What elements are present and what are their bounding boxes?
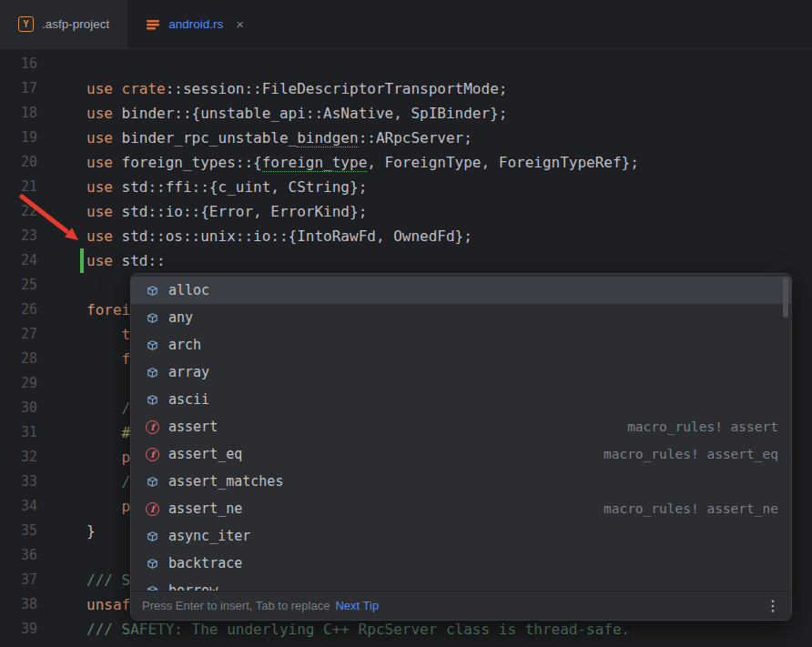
line-number: 25 xyxy=(0,273,80,298)
completion-item-async_iter[interactable]: async_iter xyxy=(131,522,791,550)
code-line-39[interactable]: /// SAFETY: The underlying C++ RpcServer… xyxy=(80,617,812,642)
completion-list-body: allocanyarcharrayasciifassertmacro_rules… xyxy=(131,274,791,591)
vcs-added-marker xyxy=(80,248,84,273)
completion-hint: macro_rules! assert xyxy=(627,420,778,434)
kebab-menu-icon[interactable]: ⋮ xyxy=(766,597,780,614)
completion-item-backtrace[interactable]: backtrace xyxy=(131,550,791,577)
completion-item-ascii[interactable]: ascii xyxy=(131,386,791,413)
tab-asfp-project[interactable]: Y .asfp-project xyxy=(0,0,127,48)
code-line-19[interactable]: use binder_rpc_unstable_bindgen::ARpcSer… xyxy=(80,126,812,150)
completion-item-assert_ne[interactable]: fassert_nemacro_rules! assert_ne xyxy=(131,495,791,522)
editor-tab-bar: Y .asfp-project android.rs × xyxy=(0,0,812,49)
completion-label: borrow xyxy=(168,582,218,591)
module-icon xyxy=(146,284,159,298)
next-tip-link[interactable]: Next Tip xyxy=(335,599,379,612)
completion-item-assert_eq[interactable]: fassert_eqmacro_rules! assert_eq xyxy=(131,440,791,468)
completion-item-borrow[interactable]: borrow xyxy=(131,577,791,591)
line-number: 26 xyxy=(0,298,80,322)
code-line-18[interactable]: use binder::{unstable_api::AsNative, SpI… xyxy=(80,101,812,126)
module-icon xyxy=(146,530,159,543)
completion-label: any xyxy=(168,309,193,326)
popup-scrollbar-thumb[interactable] xyxy=(783,278,788,318)
completion-label: alloc xyxy=(168,282,209,298)
completion-footer: Press Enter to insert, Tab to replace Ne… xyxy=(131,591,791,620)
line-number: 20 xyxy=(0,150,80,175)
line-number: 34 xyxy=(0,494,80,519)
macro-icon: f xyxy=(146,448,159,461)
line-number: 18 xyxy=(0,101,80,126)
completion-label: ascii xyxy=(168,391,209,408)
line-number: 28 xyxy=(0,347,80,371)
line-number: 24 xyxy=(0,248,80,273)
line-number: 36 xyxy=(0,543,80,568)
line-number: 31 xyxy=(0,420,80,445)
completion-label: backtrace xyxy=(168,555,242,571)
rust-file-icon xyxy=(146,17,160,32)
line-number: 23 xyxy=(0,224,80,248)
line-number: 37 xyxy=(0,568,80,592)
line-number: 39 xyxy=(0,617,80,642)
completion-item-any[interactable]: any xyxy=(131,304,791,331)
completion-label: arch xyxy=(168,337,201,353)
line-number: 38 xyxy=(0,592,80,617)
line-number: 30 xyxy=(0,396,80,420)
completion-label: assert xyxy=(168,419,218,435)
module-icon xyxy=(146,557,159,571)
code-line-20[interactable]: use foreign_types::{foreign_type, Foreig… xyxy=(80,150,812,175)
code-line-23[interactable]: use std::os::unix::io::{IntoRawFd, Owned… xyxy=(80,224,812,248)
line-number: 27 xyxy=(0,322,80,347)
completion-label: assert_eq xyxy=(168,446,242,462)
completion-popup: allocanyarcharrayasciifassertmacro_rules… xyxy=(130,273,792,621)
line-number: 16 xyxy=(0,52,80,76)
macro-icon: f xyxy=(146,502,159,516)
line-number: 17 xyxy=(0,76,80,101)
code-line-24[interactable]: use std:: xyxy=(80,248,812,273)
module-icon xyxy=(146,393,159,407)
completion-label: assert_matches xyxy=(168,473,283,490)
module-icon xyxy=(146,366,159,379)
gutter[interactable]: 1617181920212223242526272829303132333435… xyxy=(0,52,80,647)
line-number: 33 xyxy=(0,470,80,494)
code-line-21[interactable]: use std::ffi::{c_uint, CString}; xyxy=(80,175,812,199)
project-file-icon: Y xyxy=(18,16,34,32)
completion-label: assert_ne xyxy=(168,500,242,517)
completion-item-assert[interactable]: fassertmacro_rules! assert xyxy=(131,413,791,440)
code-line-17[interactable]: use crate::session::FileDescriptorTransp… xyxy=(80,76,812,101)
completion-item-alloc[interactable]: alloc xyxy=(131,277,791,304)
module-icon xyxy=(146,339,159,352)
completion-item-assert_matches[interactable]: assert_matches xyxy=(131,468,791,495)
completion-item-array[interactable]: array xyxy=(131,359,791,386)
line-number: 32 xyxy=(0,445,80,470)
completion-item-arch[interactable]: arch xyxy=(131,331,791,359)
line-number: 19 xyxy=(0,126,80,150)
line-number: 29 xyxy=(0,371,80,396)
module-icon xyxy=(146,311,159,325)
completion-label: array xyxy=(168,364,209,380)
completion-hint: macro_rules! assert_eq xyxy=(604,447,778,461)
code-line-16[interactable] xyxy=(80,52,812,76)
tab-close-icon[interactable]: × xyxy=(236,17,244,31)
ide-window: Y .asfp-project android.rs × 16171819202… xyxy=(0,0,812,647)
line-number: 22 xyxy=(0,199,80,224)
module-icon xyxy=(146,584,159,591)
completion-hint: macro_rules! assert_ne xyxy=(604,501,778,516)
tab-android-rs[interactable]: android.rs × xyxy=(127,0,262,48)
macro-icon: f xyxy=(146,420,159,434)
line-number: 21 xyxy=(0,175,80,199)
module-icon xyxy=(146,475,159,489)
completion-footer-hint: Press Enter to insert, Tab to replace xyxy=(142,599,330,612)
line-number: 35 xyxy=(0,519,80,543)
code-line-22[interactable]: use std::io::{Error, ErrorKind}; xyxy=(80,199,812,224)
tab-label: .asfp-project xyxy=(42,17,109,31)
tab-label: android.rs xyxy=(168,17,223,31)
completion-list: allocanyarcharrayasciifassertmacro_rules… xyxy=(131,274,791,591)
completion-label: async_iter xyxy=(168,528,250,544)
